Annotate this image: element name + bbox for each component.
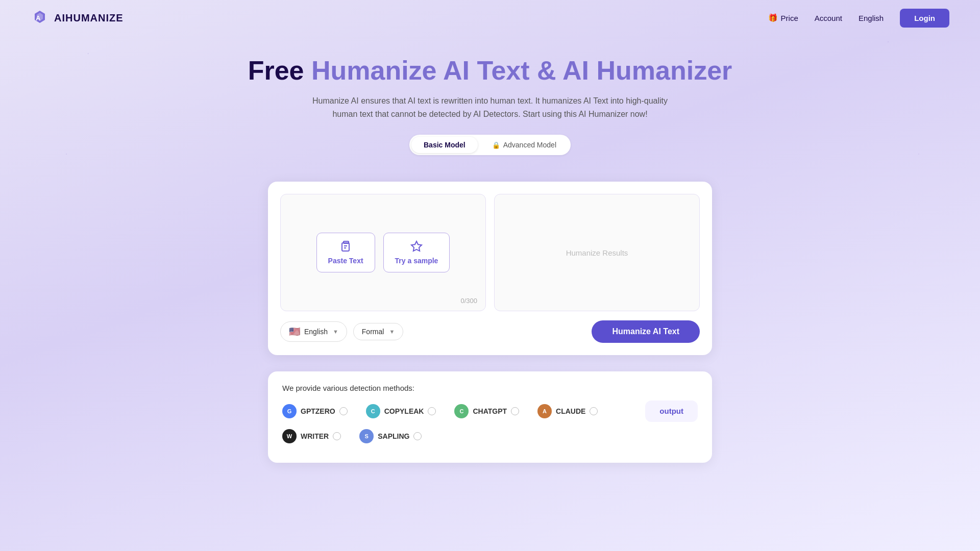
gptzero-label: GPTZERO [301, 407, 335, 415]
writer-label: WRITER [301, 432, 329, 440]
price-label: Price [781, 14, 798, 22]
detection-title: We provide various detection methods: [282, 384, 698, 392]
output-label: output [659, 407, 683, 415]
copyleak-logo: C [366, 404, 380, 418]
detection-row-1: G GPTZERO C COPYLEAK C CHATGPT A CLAUDE … [282, 400, 698, 422]
sapling-radio[interactable] [413, 432, 422, 440]
hero-section: Free Humanize AI Text & AI Humanizer Hum… [0, 36, 980, 182]
svg-rect-2 [342, 243, 349, 251]
hero-title-plain: Free [248, 56, 311, 85]
output-panel: Humanize Results [494, 194, 700, 311]
tone-dropdown-label: Formal [362, 328, 384, 336]
detector-copyleak: C COPYLEAK [366, 404, 436, 418]
humanize-results-label: Humanize Results [566, 248, 628, 257]
humanize-button[interactable]: Humanize AI Text [592, 320, 700, 343]
char-count: 0/300 [460, 297, 477, 305]
svg-text:A: A [36, 14, 41, 22]
brand-name: AIHUMANIZE [54, 12, 124, 24]
hero-subtitle: Humanize AI ensures that AI text is rewr… [306, 94, 674, 120]
sapling-logo: S [359, 429, 374, 443]
account-link[interactable]: Account [815, 14, 842, 22]
main-card: Paste Text Try a sample 0/300 Humanize R… [268, 182, 712, 355]
tab-advanced-model[interactable]: 🔒 Advanced Model [480, 137, 569, 153]
sapling-label: SAPLING [378, 432, 409, 440]
lock-icon: 🔒 [492, 141, 500, 149]
bottom-bar: 🇺🇸 English ▼ Formal ▼ Humanize AI Text [280, 320, 700, 343]
price-link[interactable]: 🎁 Price [768, 13, 798, 22]
language-dropdown-label: English [304, 328, 328, 336]
detection-card: We provide various detection methods: G … [268, 371, 712, 463]
text-panels: Paste Text Try a sample 0/300 Humanize R… [280, 194, 700, 311]
price-icon: 🎁 [768, 13, 778, 22]
chatgpt-logo: C [454, 404, 469, 418]
tab-advanced-model-label: Advanced Model [503, 141, 556, 149]
hero-title-highlight: Humanize AI Text & AI Humanizer [311, 56, 732, 85]
copyleak-radio[interactable] [428, 407, 436, 415]
detector-chatgpt: C CHATGPT [454, 404, 519, 418]
navbar: A AIHUMANIZE 🎁 Price Account English Log… [0, 0, 980, 36]
tab-basic-model[interactable]: Basic Model [411, 137, 478, 153]
input-panel: Paste Text Try a sample 0/300 [280, 194, 486, 311]
detector-claude: A CLAUDE [537, 404, 598, 418]
paste-text-label: Paste Text [328, 257, 363, 265]
flag-icon: 🇺🇸 [289, 326, 300, 337]
copyleak-label: COPYLEAK [384, 407, 424, 415]
tab-basic-model-label: Basic Model [424, 141, 465, 149]
svg-marker-5 [411, 241, 422, 251]
writer-radio[interactable] [333, 432, 341, 440]
detector-writer: W WRITER [282, 429, 341, 443]
claude-label: CLAUDE [556, 407, 585, 415]
writer-logo: W [282, 429, 297, 443]
claude-radio[interactable] [590, 407, 598, 415]
logo-icon: A [31, 9, 49, 27]
nav-right: 🎁 Price Account English Login [768, 9, 949, 28]
login-button[interactable]: Login [900, 9, 949, 28]
paste-icon [339, 240, 352, 253]
output-box: output [645, 400, 698, 422]
input-panel-inner: Paste Text Try a sample [289, 203, 477, 303]
language-dropdown[interactable]: 🇺🇸 English ▼ [280, 321, 347, 342]
detector-sapling: S SAPLING [359, 429, 422, 443]
tone-dropdown[interactable]: Formal ▼ [353, 323, 403, 340]
paste-text-button[interactable]: Paste Text [316, 233, 375, 272]
try-sample-label: Try a sample [395, 257, 438, 265]
language-chevron-icon: ▼ [333, 329, 338, 335]
gptzero-radio[interactable] [339, 407, 348, 415]
tone-chevron-icon: ▼ [389, 329, 395, 335]
language-selector[interactable]: English [859, 14, 884, 22]
claude-logo: A [537, 404, 552, 418]
detector-gptzero: G GPTZERO [282, 404, 348, 418]
detection-row-2: W WRITER S SAPLING [282, 429, 698, 443]
hero-title: Free Humanize AI Text & AI Humanizer [10, 56, 970, 85]
gptzero-logo: G [282, 404, 297, 418]
star-icon [410, 240, 423, 253]
model-tabs: Basic Model 🔒 Advanced Model [409, 135, 571, 155]
chatgpt-radio[interactable] [511, 407, 519, 415]
logo[interactable]: A AIHUMANIZE [31, 9, 124, 27]
try-sample-button[interactable]: Try a sample [383, 233, 450, 272]
chatgpt-label: CHATGPT [473, 407, 507, 415]
